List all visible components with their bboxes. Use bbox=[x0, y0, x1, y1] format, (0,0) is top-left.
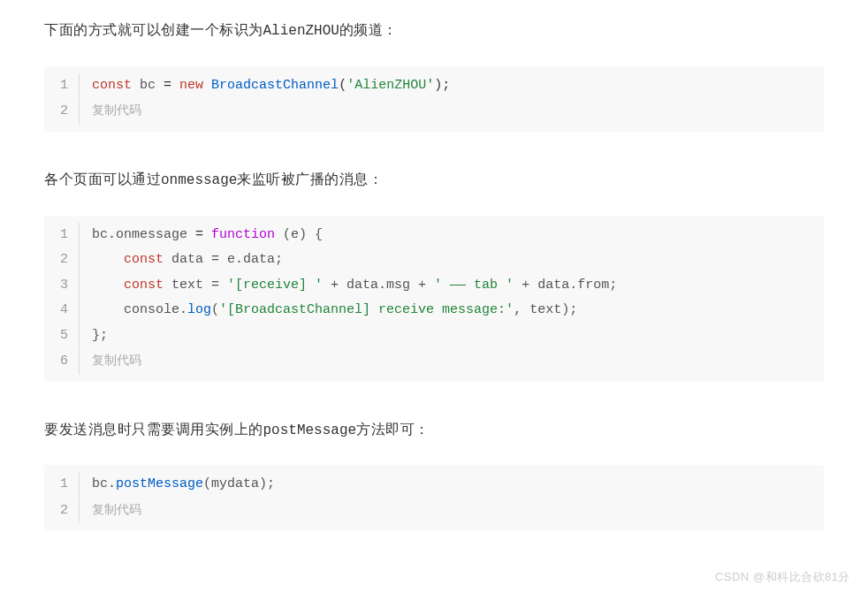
paragraph-2-code: onmessage bbox=[161, 172, 237, 188]
code-line: 2 复制代码 bbox=[44, 98, 824, 125]
line-number: 5 bbox=[44, 324, 80, 349]
code-content: const bc = new BroadcastChannel('AlienZH… bbox=[80, 73, 450, 99]
paragraph-3-code: postMessage bbox=[263, 422, 357, 438]
line-number: 4 bbox=[44, 298, 80, 324]
code-line: 2 复制代码 bbox=[44, 498, 824, 524]
code-line: 2 const data = e.data; bbox=[44, 247, 824, 273]
paragraph-2: 各个页面可以通过onmessage来监听被广播的消息： bbox=[44, 167, 824, 194]
code-line: 4 console.log('[BroadcastChannel] receiv… bbox=[44, 298, 824, 324]
code-line: 1 bc.postMessage(mydata); bbox=[44, 472, 824, 498]
paragraph-3: 要发送消息时只需要调用实例上的postMessage方法即可： bbox=[44, 417, 824, 444]
line-number: 2 bbox=[44, 99, 80, 125]
code-line: 1 const bc = new BroadcastChannel('Alien… bbox=[44, 73, 824, 99]
line-number: 1 bbox=[44, 223, 80, 248]
code-line: 5 }; bbox=[44, 324, 824, 349]
paragraph-1-code: AlienZHOU bbox=[263, 23, 339, 39]
line-number: 3 bbox=[44, 273, 80, 299]
code-line: 3 const text = '[receive] ' + data.msg +… bbox=[44, 273, 824, 299]
code-line: 1 bc.onmessage = function (e) { bbox=[44, 223, 824, 248]
code-content: const text = '[receive] ' + data.msg + '… bbox=[80, 273, 617, 299]
copy-code-label[interactable]: 复制代码 bbox=[80, 498, 141, 521]
code-content: }; bbox=[80, 324, 108, 349]
line-number: 6 bbox=[44, 349, 80, 375]
code-block-1: 1 const bc = new BroadcastChannel('Alien… bbox=[44, 66, 824, 132]
line-number: 1 bbox=[44, 472, 80, 498]
paragraph-1-pre: 下面的方式就可以创建一个标识为 bbox=[44, 22, 263, 37]
paragraph-2-post: 来监听被广播的消息： bbox=[237, 171, 383, 187]
code-content: console.log('[BroadcastChannel] receive … bbox=[80, 298, 577, 324]
code-block-3: 1 bc.postMessage(mydata); 2 复制代码 bbox=[44, 465, 824, 530]
code-line: 6 复制代码 bbox=[44, 348, 824, 375]
line-number: 1 bbox=[44, 73, 80, 99]
line-number: 2 bbox=[44, 499, 80, 524]
line-number: 2 bbox=[44, 247, 80, 273]
paragraph-3-post: 方法即可： bbox=[356, 422, 430, 437]
paragraph-2-pre: 各个页面可以通过 bbox=[44, 171, 161, 187]
paragraph-1: 下面的方式就可以创建一个标识为AlienZHOU的频道： bbox=[44, 18, 824, 44]
code-content: const data = e.data; bbox=[80, 247, 283, 273]
copy-code-label[interactable]: 复制代码 bbox=[80, 98, 141, 122]
paragraph-3-pre: 要发送消息时只需要调用实例上的 bbox=[44, 422, 263, 437]
copy-code-label[interactable]: 复制代码 bbox=[80, 348, 141, 372]
watermark: CSDN @和科比合砍81分 bbox=[715, 569, 850, 585]
code-content: bc.onmessage = function (e) { bbox=[80, 223, 323, 248]
code-block-2: 1 bc.onmessage = function (e) { 2 const … bbox=[44, 216, 824, 382]
paragraph-1-post: 的频道： bbox=[339, 22, 398, 37]
code-content: bc.postMessage(mydata); bbox=[80, 472, 275, 498]
